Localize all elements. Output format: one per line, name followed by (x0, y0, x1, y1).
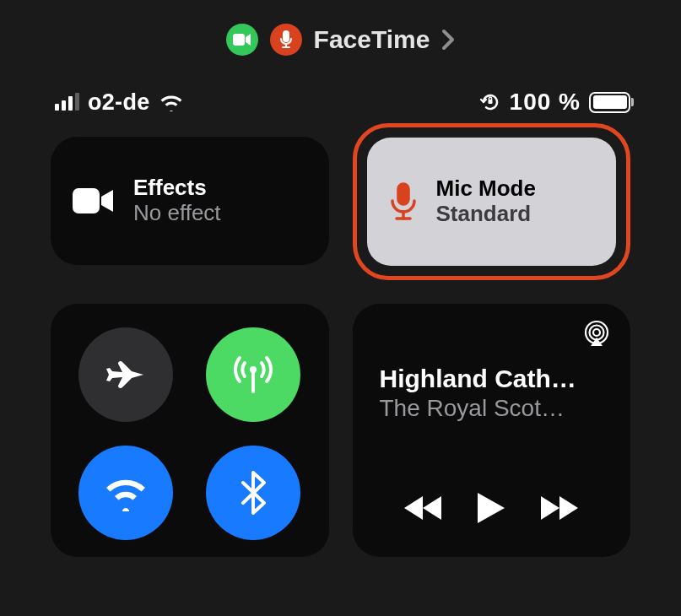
video-icon (73, 186, 115, 216)
next-button[interactable] (539, 494, 578, 521)
bluetooth-icon (241, 471, 266, 515)
svg-rect-6 (398, 184, 408, 204)
mic-icon (270, 24, 302, 56)
mic-icon (389, 182, 418, 221)
mic-mode-title: Mic Mode (436, 176, 536, 202)
video-icon (226, 24, 258, 56)
previous-button[interactable] (404, 494, 443, 521)
wifi-icon (159, 93, 184, 111)
mic-mode-subtitle: Standard (436, 201, 536, 227)
svg-point-12 (590, 326, 604, 340)
svg-rect-0 (233, 34, 245, 46)
play-button[interactable] (476, 491, 506, 525)
media-tile[interactable]: Highland Cath… The Royal Scot… (353, 304, 631, 557)
facetime-pill[interactable]: FaceTime (0, 0, 681, 63)
chevron-right-icon (441, 29, 455, 51)
rotation-lock-icon (479, 91, 501, 113)
signal-icon (55, 94, 79, 111)
cellular-icon (230, 351, 277, 398)
mic-mode-highlight: Mic Mode Standard (353, 123, 631, 280)
mic-mode-tile[interactable]: Mic Mode Standard (367, 138, 617, 266)
airplay-icon[interactable] (581, 319, 612, 349)
svg-rect-1 (284, 31, 289, 41)
battery-percent-label: 100 % (510, 89, 581, 116)
wifi-toggle[interactable] (78, 446, 173, 540)
effects-tile[interactable]: Effects No effect (51, 137, 329, 265)
battery-icon (589, 92, 630, 113)
effects-title: Effects (133, 176, 221, 201)
connectivity-tile[interactable] (51, 304, 329, 557)
airplane-icon (104, 353, 148, 397)
bluetooth-toggle[interactable] (206, 446, 300, 540)
media-track-title: Highland Cath… (380, 365, 604, 393)
wifi-icon (101, 474, 150, 511)
svg-point-13 (593, 329, 600, 336)
airplane-toggle[interactable] (78, 327, 173, 422)
app-name-label: FaceTime (314, 25, 430, 54)
svg-rect-5 (73, 188, 100, 213)
media-artist-label: The Royal Scot… (380, 395, 604, 422)
effects-subtitle: No effect (133, 200, 221, 226)
carrier-label: o2-de (88, 89, 150, 116)
cellular-toggle[interactable] (206, 327, 300, 422)
